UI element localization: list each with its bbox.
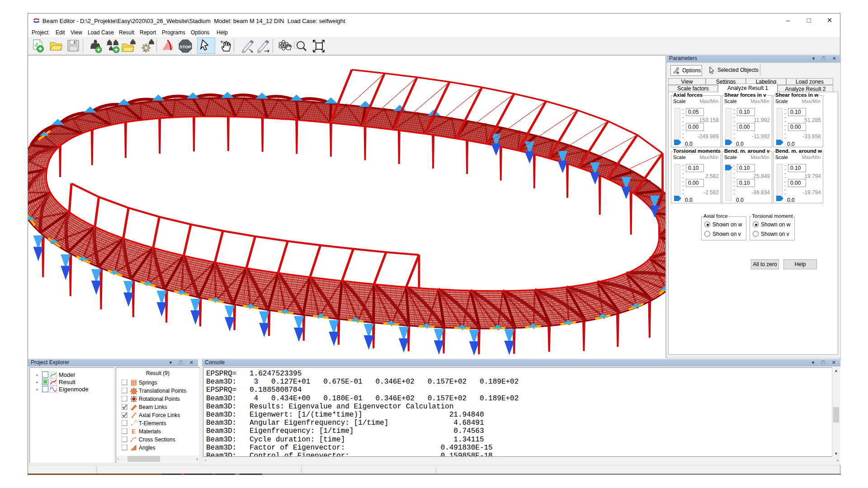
svg-text:STOP: STOP	[179, 44, 191, 49]
svg-text:E: E	[132, 428, 136, 435]
svg-text:+: +	[220, 39, 223, 45]
